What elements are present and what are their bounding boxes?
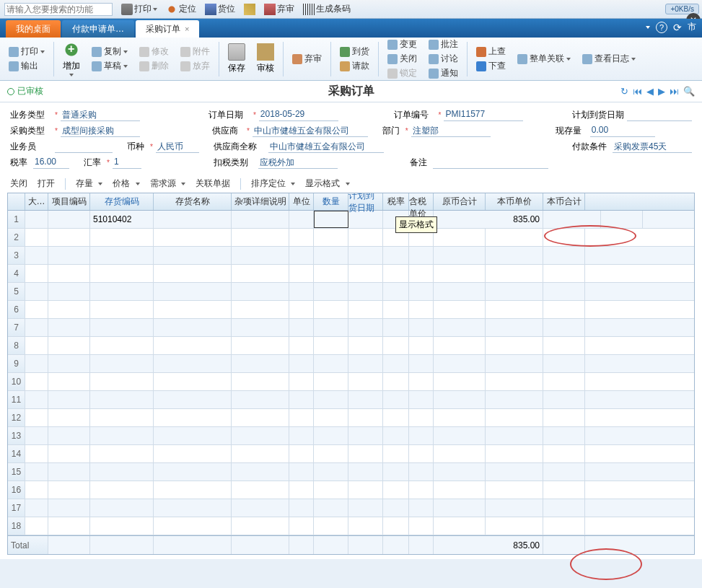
cell[interactable]	[486, 301, 543, 318]
cell[interactable]	[543, 499, 585, 517]
cell[interactable]	[48, 499, 90, 517]
cell[interactable]	[486, 337, 543, 354]
cell[interactable]	[25, 355, 48, 372]
rb-copy[interactable]: 复制	[89, 45, 131, 58]
cell[interactable]	[434, 373, 486, 390]
cell[interactable]	[543, 283, 585, 300]
cell[interactable]	[348, 319, 383, 336]
cell[interactable]	[543, 355, 585, 372]
cell[interactable]	[383, 499, 409, 517]
cell[interactable]	[383, 445, 409, 462]
cell[interactable]	[232, 355, 289, 372]
cell[interactable]	[314, 301, 348, 318]
cell[interactable]	[383, 517, 409, 535]
rb-approve[interactable]: 批注	[426, 38, 461, 51]
cell[interactable]	[434, 517, 486, 535]
cell[interactable]	[409, 427, 434, 444]
cell[interactable]	[25, 247, 48, 264]
cell[interactable]	[25, 301, 48, 318]
cell[interactable]	[601, 211, 643, 228]
cell[interactable]	[486, 463, 543, 481]
cell[interactable]	[48, 229, 90, 246]
table-row[interactable]: 11	[8, 391, 694, 409]
cell[interactable]	[543, 265, 585, 282]
cell[interactable]	[289, 499, 314, 517]
cell[interactable]	[434, 463, 486, 481]
cell[interactable]	[90, 391, 154, 408]
cell[interactable]	[486, 427, 543, 444]
plan-date-value[interactable]	[627, 108, 692, 121]
cell[interactable]	[434, 445, 486, 462]
cell[interactable]	[314, 283, 348, 300]
cell[interactable]	[154, 301, 232, 318]
table-row[interactable]: 16	[8, 481, 694, 499]
rb-audit[interactable]: 审核	[254, 42, 277, 76]
gtb-stock[interactable]: 存量	[76, 177, 102, 190]
cell[interactable]	[348, 391, 383, 408]
col-orig-total[interactable]: 原币合计	[434, 193, 486, 210]
cell[interactable]	[383, 409, 409, 426]
cell[interactable]	[409, 283, 434, 300]
tabs-dropdown[interactable]	[646, 26, 650, 29]
cell[interactable]	[232, 229, 289, 246]
cell[interactable]	[154, 247, 232, 264]
cell[interactable]	[314, 337, 348, 354]
cell[interactable]	[434, 301, 486, 318]
cell[interactable]	[434, 337, 486, 354]
cell[interactable]	[289, 517, 314, 535]
cell[interactable]	[409, 517, 434, 535]
cell[interactable]	[314, 409, 348, 426]
cell[interactable]	[543, 517, 585, 535]
nav-next[interactable]: ▶	[658, 86, 665, 97]
cell[interactable]	[314, 319, 348, 336]
cell[interactable]	[25, 445, 48, 462]
cell[interactable]	[543, 247, 585, 264]
cell[interactable]	[409, 373, 434, 390]
rb-lock[interactable]: 锁定	[385, 67, 420, 80]
nav-last[interactable]: ⏭	[670, 86, 679, 97]
cell[interactable]	[543, 319, 585, 336]
cell[interactable]	[409, 499, 434, 517]
gtb-demand[interactable]: 需求源	[150, 177, 185, 190]
cell[interactable]	[289, 229, 314, 246]
cell[interactable]	[154, 481, 232, 499]
cell[interactable]	[90, 283, 154, 300]
cell[interactable]	[154, 319, 232, 336]
cell[interactable]	[434, 499, 486, 517]
cell[interactable]	[90, 445, 154, 462]
cell[interactable]	[90, 301, 154, 318]
cell[interactable]	[383, 319, 409, 336]
cell[interactable]	[383, 463, 409, 481]
cell[interactable]	[25, 391, 48, 408]
cell[interactable]	[314, 211, 348, 228]
search-input[interactable]	[4, 3, 113, 16]
cell[interactable]	[90, 409, 154, 426]
gtb-open[interactable]: 打开	[38, 177, 55, 190]
cell[interactable]	[314, 445, 348, 462]
cell[interactable]	[383, 247, 409, 264]
rb-delete[interactable]: 删除	[136, 60, 172, 73]
cell[interactable]	[348, 499, 383, 517]
cell[interactable]	[90, 427, 154, 444]
table-row[interactable]: 2	[8, 229, 694, 247]
tb-print[interactable]: 打印	[121, 3, 157, 15]
cell[interactable]	[90, 319, 154, 336]
table-row[interactable]: 8	[8, 337, 694, 355]
rb-notify[interactable]: 通知	[426, 67, 461, 80]
rb-close[interactable]: 关闭	[385, 53, 420, 66]
cell[interactable]	[314, 265, 348, 282]
cell[interactable]	[289, 373, 314, 390]
cell[interactable]	[48, 517, 90, 535]
cell[interactable]	[48, 247, 90, 264]
cell[interactable]	[314, 247, 348, 264]
cell[interactable]	[314, 481, 348, 499]
cell[interactable]	[90, 337, 154, 354]
cell[interactable]	[434, 427, 486, 444]
cell[interactable]	[90, 481, 154, 499]
cell[interactable]	[409, 337, 434, 354]
table-row[interactable]: 7	[8, 319, 694, 337]
cell[interactable]	[383, 427, 409, 444]
gtb-relate[interactable]: 关联单据	[196, 177, 230, 190]
cell[interactable]	[90, 463, 154, 481]
cell[interactable]	[232, 481, 289, 499]
